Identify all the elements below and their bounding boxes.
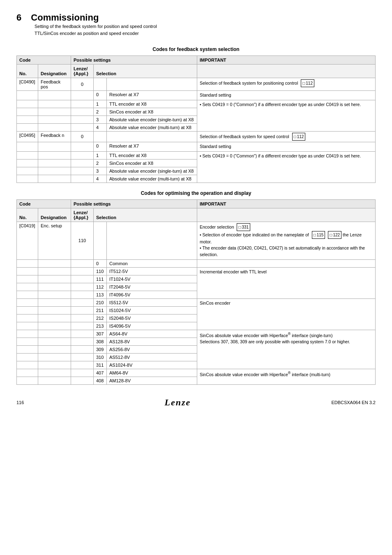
code-desig: [38, 151, 71, 159]
lenze-val: 0: [71, 131, 94, 142]
code-no: [17, 291, 38, 298]
code-no: [17, 167, 38, 175]
code-no: [17, 361, 38, 369]
sel-num: 113: [94, 291, 107, 298]
table-row: [C0495] Feedback n 0 Selection of feedba…: [17, 131, 376, 142]
section1-title: Codes for feedback system selection: [16, 46, 376, 52]
page-footer: 116 Lenze EDBCSXA064 EN 3.2: [16, 397, 376, 408]
table-row: 307 AS64-8V SinCos absolute value encode…: [17, 330, 376, 338]
code-no: [17, 353, 38, 361]
code-no: [C0495]: [17, 131, 38, 142]
code-desig: [38, 338, 71, 345]
page-header: 6 Commissioning Setting of the feedback …: [16, 12, 376, 37]
sel-text: TTL encoder at X8: [107, 100, 197, 108]
code-no: [17, 338, 38, 345]
code-desig: [38, 267, 71, 275]
col-no-header: No.: [17, 65, 38, 78]
lenze-val: [71, 361, 94, 369]
lenze-val: [71, 151, 94, 159]
table-row: 0 Resolver at X7 Standard setting: [17, 142, 376, 151]
code-no: [17, 123, 38, 131]
chapter-number: 6: [16, 12, 21, 23]
sel-num: 211: [94, 306, 107, 314]
code-no: [17, 298, 38, 306]
sel-num: 407: [94, 369, 107, 377]
code-desig: [38, 108, 71, 116]
s2-col-important-header: IMPORTANT: [197, 199, 376, 208]
sel-text: AS128-8V: [107, 338, 197, 345]
sel-text: Absolute value encoder (multi-turn) at X…: [107, 175, 197, 183]
s2-col-selection-header: Selection: [94, 208, 197, 222]
col-lenze-header: Lenze/{Appl.}: [71, 65, 94, 78]
sel-text: IT512-5V: [107, 267, 197, 275]
sel-num: 311: [94, 361, 107, 369]
code-no: [17, 306, 38, 314]
ref-box-122: □122: [328, 231, 341, 239]
sel-text: AM64-8V: [107, 369, 197, 377]
important-text: Standard setting: [197, 91, 376, 100]
code-no: [C0419]: [17, 222, 38, 259]
section2-table: Code Possible settings IMPORTANT No. Des…: [16, 199, 376, 385]
code-desig: [38, 298, 71, 306]
lenze-logo: Lenze: [164, 397, 191, 408]
chapter-title: Commissioning: [31, 12, 99, 23]
s2-col-code-header: Code: [17, 199, 71, 208]
important-text: SinCos absolute value encoder with Hiper…: [197, 330, 376, 369]
sel-num: [94, 131, 107, 142]
code-no: [17, 314, 38, 322]
lenze-val: [71, 275, 94, 283]
lenze-val: [71, 298, 94, 306]
sel-num: 307: [94, 330, 107, 338]
code-desig: [38, 369, 71, 377]
sel-text: AS1024-8V: [107, 361, 197, 369]
code-desig: [38, 377, 71, 384]
sel-num: 1: [94, 100, 107, 108]
sel-num: [94, 222, 107, 259]
important-text: • Sets C0419 = 0 ("Common") if a differe…: [197, 100, 376, 131]
col-selection-header: Selection: [94, 65, 197, 78]
lenze-val: [71, 108, 94, 116]
sel-text: TTL encoder at X8: [107, 151, 197, 159]
sel-num: 309: [94, 345, 107, 353]
s2-col-important-sub-header: [197, 208, 376, 222]
s2-col-designation-header: Designation: [38, 208, 71, 222]
code-desig: [38, 283, 71, 291]
sel-num: 3: [94, 116, 107, 123]
code-no: [17, 159, 38, 167]
code-desig: [38, 314, 71, 322]
lenze-val: [71, 116, 94, 123]
table-row: 110 IT512-5V Incremental encoder with TT…: [17, 267, 376, 275]
important-text: SinCos encoder: [197, 298, 376, 330]
lenze-val: [71, 330, 94, 338]
important-text: Selection of feedback system for positio…: [197, 78, 376, 91]
code-desig: [38, 175, 71, 183]
code-desig: [38, 142, 71, 151]
sel-num: [94, 78, 107, 91]
code-no: [17, 377, 38, 384]
sel-num: 110: [94, 267, 107, 275]
sel-num: 2: [94, 108, 107, 116]
important-text: SinCos absolute value encoder with Hiper…: [197, 369, 376, 384]
code-no: [17, 175, 38, 183]
code-desig: [38, 322, 71, 330]
sel-text: AS512-8V: [107, 353, 197, 361]
lenze-val: [71, 322, 94, 330]
sel-text: IS4096-5V: [107, 322, 197, 330]
ref-box-115: □115: [312, 231, 325, 239]
section1-table: Code Possible settings IMPORTANT No. Des…: [16, 56, 376, 183]
code-no: [17, 116, 38, 123]
s2-col-lenze-header: Lenze/{Appl.}: [71, 208, 94, 222]
sel-num: 1: [94, 151, 107, 159]
code-no: [17, 91, 38, 100]
table-header-row2: No. Designation Lenze/{Appl.} Selection: [17, 65, 376, 78]
lenze-val: [71, 291, 94, 298]
code-desig: [38, 123, 71, 131]
s2-col-no-header: No.: [17, 208, 38, 222]
code-no: [17, 151, 38, 159]
col-designation-header: Designation: [38, 65, 71, 78]
important-text: Incremental encoder with TTL level: [197, 267, 376, 298]
s2-table-header-row2: No. Designation Lenze/{Appl.} Selection: [17, 208, 376, 222]
sel-num: 213: [94, 322, 107, 330]
code-no: [17, 142, 38, 151]
sel-text: Resolver at X7: [107, 91, 197, 100]
